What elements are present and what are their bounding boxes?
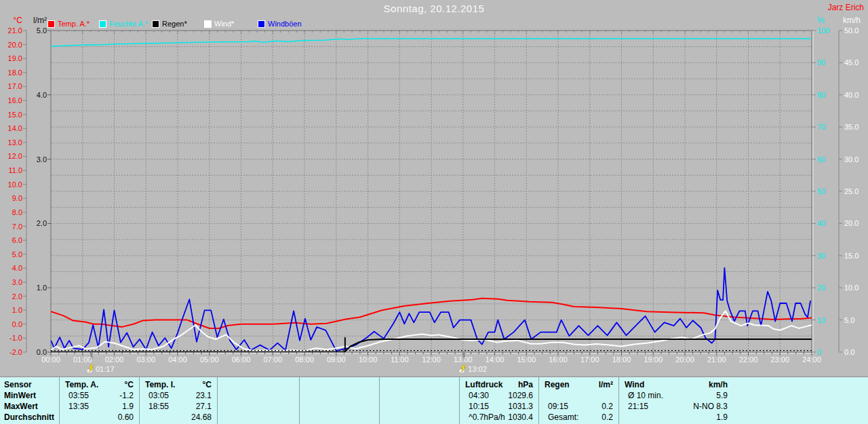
- table-cell-time: 03:55: [65, 390, 89, 401]
- y-tick-wind: 0.0: [844, 348, 854, 356]
- y-tick-wind: 15.0: [844, 252, 859, 260]
- y-tick-wind: 35.0: [844, 123, 859, 131]
- table-cell-time: 04:30: [465, 390, 489, 401]
- table-col-header: Temp. I.°C: [140, 379, 217, 390]
- y-tick-temp: 13.0: [0, 138, 22, 147]
- table-row: 03:0523.1: [140, 390, 217, 401]
- y-tick-temp: 21.0: [0, 26, 22, 35]
- x-tick-label: 15:00: [514, 355, 538, 364]
- table-cell-value: 0.60: [118, 412, 134, 423]
- y-tick-wind: 10.0: [844, 284, 859, 292]
- weather-marker-time: 13:02: [468, 365, 487, 373]
- table-row: 10:151031.3: [460, 401, 538, 412]
- x-tick-label: 11:00: [387, 355, 412, 364]
- y-tick-temp: 2.0: [0, 292, 22, 301]
- x-tick-label: 07:00: [260, 355, 285, 364]
- y-tick-temp: 9.0: [0, 194, 22, 202]
- table-cell-time: Ø 10 min.: [625, 390, 663, 401]
- table-cell-value: 1.9: [122, 401, 134, 412]
- table-row: Gesamt:0.2: [539, 412, 618, 423]
- table-cell-time: [545, 390, 548, 401]
- y-tick-wind: 40.0: [844, 91, 859, 99]
- table-cell-value: 27.1: [196, 401, 212, 412]
- y-tick-temp: 16.0: [0, 96, 22, 104]
- table-cell-value: N-NO 8.3: [693, 401, 728, 412]
- y-tick-humidity: 20: [817, 284, 825, 292]
- x-tick-label: 18:00: [610, 355, 634, 364]
- x-tick-label: 22:00: [736, 355, 761, 364]
- table-col-name: Wind: [625, 379, 644, 390]
- y-tick-temp: 17.0: [0, 82, 22, 90]
- x-tick-label: 16:00: [546, 355, 570, 364]
- x-tick-label: 09:00: [324, 355, 349, 364]
- table-cell-time: Gesamt:: [545, 412, 578, 423]
- y-tick-temp: 12.0: [0, 152, 22, 160]
- x-tick-label: 05:00: [197, 355, 222, 364]
- y-tick-temp: 7.0: [0, 223, 22, 231]
- y-tick-temp: 5.0: [0, 250, 22, 258]
- y-tick-temp: 4.0: [0, 264, 22, 272]
- y-tick-humidity: 80: [817, 91, 825, 99]
- table-cell-time: [65, 412, 68, 423]
- table-col-unit: °C: [125, 379, 134, 390]
- y-tick-rain: 1.0: [24, 284, 47, 292]
- table-col-temp-i-: Temp. I.°C03:0523.118:5527.124.68: [140, 377, 218, 424]
- table-cell-value: 23.1: [196, 390, 212, 401]
- x-tick-label: 12:00: [419, 355, 443, 364]
- table-col-unit: l/m²: [599, 379, 613, 390]
- y-tick-temp: 14.0: [0, 124, 22, 132]
- y-tick-wind: 45.0: [844, 58, 859, 66]
- weather-chart-window: Sonntag, 20.12.2015 Jarz Erich °C l/m² %…: [0, 0, 868, 424]
- table-cell-value: 1030.4: [508, 412, 533, 423]
- x-tick-label: 20:00: [673, 355, 697, 364]
- table-col-empty: [218, 377, 300, 424]
- table-row: 18:5527.1: [140, 401, 217, 412]
- y-tick-temp: 3.0: [0, 278, 22, 286]
- table-cell-value: 5.9: [716, 390, 728, 401]
- weather-marker: 13:02: [459, 364, 487, 373]
- y-tick-temp: 20.0: [0, 41, 22, 49]
- y-tick-temp: 15.0: [0, 111, 22, 119]
- table-row: 03:55-1.2: [60, 390, 139, 401]
- table-col-unit: °C: [203, 379, 212, 390]
- y-tick-humidity: 10: [817, 316, 825, 324]
- summary-table: SensorMinWertMaxWertDurchschnittTemp. A.…: [0, 377, 868, 424]
- x-tick-label: 03:00: [134, 355, 158, 364]
- table-cell-time: 18:55: [145, 401, 169, 412]
- table-col-name: Luftdruck: [465, 379, 502, 390]
- chart-canvas: [0, 0, 868, 377]
- weather-marker-time: 01:17: [96, 365, 115, 373]
- table-row: Ø 10 min.5.9: [619, 390, 733, 401]
- y-tick-wind: 20.0: [844, 219, 859, 227]
- x-tick-label: 04:00: [165, 355, 190, 364]
- x-tick-label: 01:00: [71, 355, 95, 364]
- y-tick-temp: 10.0: [0, 180, 22, 189]
- table-cell-value: 0.2: [601, 401, 613, 412]
- table-cell-time: 09:15: [545, 401, 568, 412]
- table-row-label: MaxWert: [0, 401, 59, 412]
- y-tick-wind: 25.0: [844, 187, 859, 195]
- table-cell-value: 0.2: [601, 412, 613, 423]
- weather-marker: 01:17: [87, 364, 115, 373]
- table-col-header: Windkm/h: [619, 379, 733, 390]
- x-tick-label: 02:00: [102, 355, 127, 364]
- weather-marker-icon: [459, 364, 467, 373]
- table-cell-value: 1031.3: [508, 401, 533, 412]
- x-tick-label: 17:00: [578, 355, 602, 364]
- table-col-unit: km/h: [709, 379, 728, 390]
- y-tick-wind: 50.0: [844, 26, 859, 35]
- x-tick-label: 13:00: [451, 355, 475, 364]
- table-col-luftdruck: LuftdruckhPa04:301029.610:151031.3^0.7hP…: [460, 377, 539, 424]
- y-tick-temp: 6.0: [0, 236, 22, 244]
- y-tick-temp: 19.0: [0, 54, 22, 62]
- x-tick-label: 10:00: [356, 355, 380, 364]
- table-cell-time: 10:15: [465, 401, 489, 412]
- x-tick-label: 19:00: [641, 355, 665, 364]
- table-col-wind: Windkm/hØ 10 min.5.921:15N-NO 8.31.9: [619, 377, 868, 424]
- table-col-name: Temp. A.: [65, 379, 98, 390]
- y-tick-humidity: 50: [817, 187, 825, 195]
- table-col-empty: [380, 377, 460, 424]
- y-tick-temp: 0.0: [0, 320, 22, 328]
- table-cell-value: -1.2: [119, 390, 134, 401]
- table-col-empty: [300, 377, 380, 424]
